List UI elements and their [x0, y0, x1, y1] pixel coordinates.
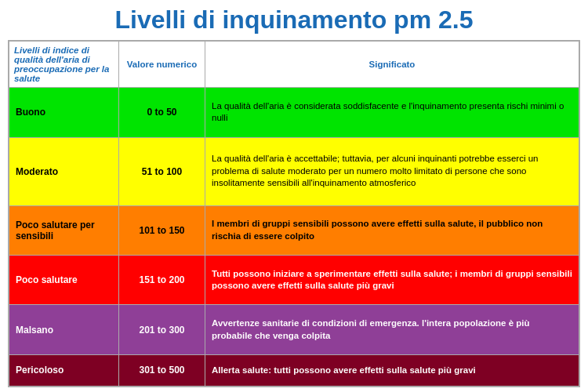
table-row: Buono0 to 50La qualità dell'aria è consi… — [9, 88, 579, 137]
header-col3: Significato — [205, 42, 579, 88]
page-title: Livelli di inquinamento pm 2.5 — [8, 6, 580, 34]
row-label: Poco salutare — [9, 256, 119, 305]
row-description: Avvertenze sanitarie di condizioni di em… — [205, 305, 579, 354]
table-row: Poco salutare per sensibili101 to 150I m… — [9, 205, 579, 255]
row-label: Buono — [9, 88, 119, 137]
table-header-row: Livelli di indice di qualità dell'aria d… — [9, 42, 579, 88]
row-description: I membri di gruppi sensibili possono ave… — [205, 205, 579, 255]
row-value: 101 to 150 — [119, 205, 205, 255]
row-description: Allerta salute: tutti possono avere effe… — [205, 354, 579, 386]
row-value: 51 to 100 — [119, 137, 205, 205]
row-value: 151 to 200 — [119, 256, 205, 305]
table-row: Poco salutare151 to 200Tutti possono ini… — [9, 256, 579, 305]
row-label: Poco salutare per sensibili — [9, 205, 119, 255]
table-row: Pericoloso301 to 500Allerta salute: tutt… — [9, 354, 579, 386]
row-value: 301 to 500 — [119, 354, 205, 386]
header-col2: Valore numerico — [119, 42, 205, 88]
row-description: La qualità dell'aria è considerata soddi… — [205, 88, 579, 137]
page-container: Livelli di inquinamento pm 2.5 Livelli d… — [0, 0, 588, 392]
row-label: Malsano — [9, 305, 119, 354]
row-description: La qualità dell'aria è accettabile; tutt… — [205, 137, 579, 205]
table-row: Moderato51 to 100La qualità dell'aria è … — [9, 137, 579, 205]
pollution-table: Livelli di indice di qualità dell'aria d… — [9, 41, 579, 387]
row-description: Tutti possono iniziare a sperimentare ef… — [205, 256, 579, 305]
row-label: Pericoloso — [9, 354, 119, 386]
row-value: 201 to 300 — [119, 305, 205, 354]
table-wrapper: Livelli di indice di qualità dell'aria d… — [8, 40, 580, 387]
table-row: Malsano201 to 300Avvertenze sanitarie di… — [9, 305, 579, 354]
row-label: Moderato — [9, 137, 119, 205]
row-value: 0 to 50 — [119, 88, 205, 137]
header-col1: Livelli di indice di qualità dell'aria d… — [9, 42, 119, 88]
